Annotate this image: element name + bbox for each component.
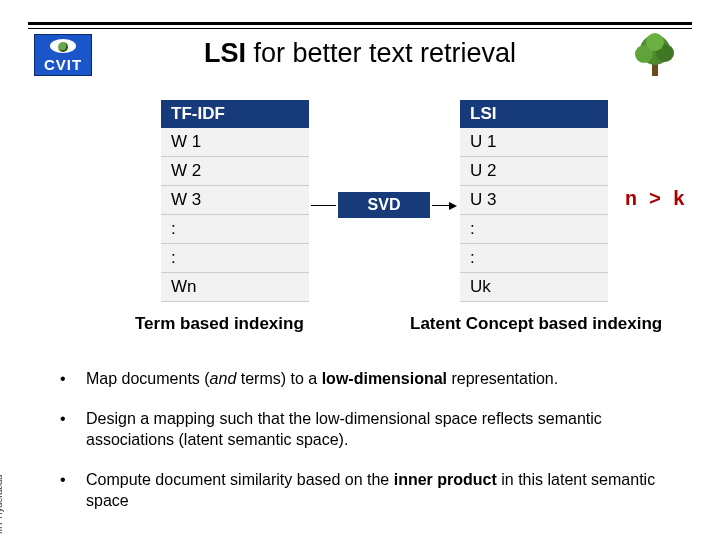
right-col-row: U 3 — [460, 186, 608, 215]
bullet-text: Map documents ( — [86, 370, 210, 387]
bullet-dot-icon: • — [60, 368, 86, 390]
left-col-row: : — [161, 244, 309, 273]
bullet-italic: and — [210, 370, 237, 387]
right-col-header: LSI — [460, 100, 608, 128]
left-column: TF-IDF W 1 W 2 W 3 : : Wn — [161, 100, 309, 302]
right-column: LSI U 1 U 2 U 3 : : Uk — [460, 100, 608, 302]
bullet-text: representation. — [447, 370, 558, 387]
right-col-row: : — [460, 215, 608, 244]
inequality-note: n > k — [625, 188, 685, 211]
left-col-row: : — [161, 215, 309, 244]
left-col-row: W 1 — [161, 128, 309, 157]
affiliation-label: IIIT Hyderabad — [0, 475, 4, 534]
title-prefix: LSI — [204, 38, 246, 68]
right-col-row: U 1 — [460, 128, 608, 157]
bullet-dot-icon: • — [60, 408, 86, 451]
list-item: • Map documents (and terms) to a low-dim… — [60, 368, 670, 390]
bullet-bold: inner product — [394, 471, 497, 488]
bullet-text: Compute document similarity based on the — [86, 471, 394, 488]
bullet-text: terms) to a — [236, 370, 321, 387]
left-col-caption: Term based indexing — [135, 314, 304, 334]
slide-title: LSI for better text retrieval — [0, 38, 720, 69]
right-col-row: Uk — [460, 273, 608, 302]
list-item: • Design a mapping such that the low-dim… — [60, 408, 670, 451]
left-col-header: TF-IDF — [161, 100, 309, 128]
left-col-row: Wn — [161, 273, 309, 302]
right-col-row: U 2 — [460, 157, 608, 186]
bullet-text: Design a mapping such that the low-dimen… — [86, 410, 602, 449]
arrow-left-segment — [311, 205, 336, 206]
bullet-list: • Map documents (and terms) to a low-dim… — [60, 368, 670, 530]
right-col-caption: Latent Concept based indexing — [410, 314, 662, 334]
left-col-row: W 3 — [161, 186, 309, 215]
list-item: • Compute document similarity based on t… — [60, 469, 670, 512]
title-rest: for better text retrieval — [246, 38, 516, 68]
svd-operation-box: SVD — [338, 192, 430, 218]
arrow-right-segment-icon — [432, 205, 455, 206]
left-col-row: W 2 — [161, 157, 309, 186]
bullet-bold: low-dimensional — [322, 370, 447, 387]
title-rules — [28, 22, 692, 29]
right-col-row: : — [460, 244, 608, 273]
bullet-dot-icon: • — [60, 469, 86, 512]
